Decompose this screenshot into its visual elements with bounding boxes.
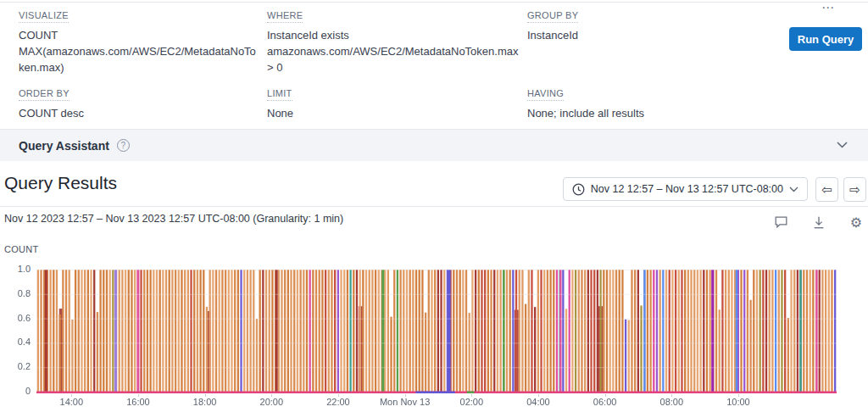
group-by-value[interactable]: InstanceId xyxy=(527,27,765,43)
clause-where: WHERE InstanceId exists amazonaws.com/AW… xyxy=(267,7,526,75)
y-axis-tick: 0.6 xyxy=(2,313,31,323)
having-label: HAVING xyxy=(527,88,564,101)
visualize-value-max[interactable]: MAX(amazonaws.com/AWS/EC2/MetadataNoToke… xyxy=(19,43,259,75)
clause-having: HAVING None; include all results xyxy=(527,85,782,121)
clause-limit: LIMIT None xyxy=(267,85,526,121)
chevron-down-icon[interactable] xyxy=(837,142,848,148)
y-axis-tick: 0 xyxy=(2,386,31,396)
where-value-exists[interactable]: InstanceId exists xyxy=(267,27,526,43)
header-divider xyxy=(0,206,868,207)
more-options-icon[interactable]: ⋯ xyxy=(815,0,841,15)
run-query-button[interactable]: Run Query xyxy=(789,27,862,51)
page-title: Query Results xyxy=(4,173,117,193)
x-axis-tick: 20:00 xyxy=(260,397,284,407)
limit-label: LIMIT xyxy=(267,88,292,101)
chevron-down-icon xyxy=(789,187,798,192)
gear-icon[interactable]: ⚙ xyxy=(848,214,865,231)
arrow-right-icon: ⇨ xyxy=(849,182,860,198)
x-axis-tick: 08:00 xyxy=(660,397,684,407)
y-axis-tick: 0.8 xyxy=(2,288,31,298)
visualize-value-count[interactable]: COUNT xyxy=(19,27,259,43)
visualize-label: VISUALIZE xyxy=(19,10,69,23)
clause-order-by: ORDER BY COUNT desc xyxy=(19,85,259,121)
chart-metric-label: COUNT xyxy=(4,244,39,254)
comment-icon[interactable] xyxy=(772,214,789,231)
y-axis-tick: 1.0 xyxy=(2,264,31,274)
top-divider xyxy=(0,2,868,3)
time-range-label: Nov 12 12:57 – Nov 13 12:57 UTC-08:00 xyxy=(591,183,783,195)
time-forward-button[interactable]: ⇨ xyxy=(843,177,866,202)
query-assistant-title: Query Assistant xyxy=(19,139,109,153)
x-axis-tick: 04:00 xyxy=(526,397,550,407)
x-axis-tick: 18:00 xyxy=(193,397,217,407)
order-by-value[interactable]: COUNT desc xyxy=(19,105,259,121)
where-label: WHERE xyxy=(267,10,303,23)
x-axis-tick: 06:00 xyxy=(593,397,617,407)
y-axis-tick: 0.4 xyxy=(2,337,31,347)
where-value-gt0[interactable]: amazonaws.com/AWS/EC2/MetadataNoToken.ma… xyxy=(267,43,526,75)
arrow-left-icon: ⇦ xyxy=(821,182,832,198)
limit-value[interactable]: None xyxy=(267,105,526,121)
group-by-label: GROUP BY xyxy=(527,10,578,23)
time-back-button[interactable]: ⇦ xyxy=(815,177,838,202)
download-icon[interactable] xyxy=(810,214,827,231)
time-range-subtitle: Nov 12 2023 12:57 – Nov 13 2023 12:57 UT… xyxy=(4,213,343,225)
x-axis-tick: Mon Nov 13 xyxy=(380,397,430,407)
x-axis-tick: 22:00 xyxy=(326,397,350,407)
query-assistant-panel[interactable]: Query Assistant ? xyxy=(0,129,868,161)
count-chart-canvas[interactable] xyxy=(36,270,837,394)
clock-icon xyxy=(572,183,585,196)
clause-visualize: VISUALIZE COUNT MAX(amazonaws.com/AWS/EC… xyxy=(19,7,259,75)
clause-group-by: GROUP BY InstanceId xyxy=(527,7,765,43)
x-axis-tick: 02:00 xyxy=(460,397,484,407)
order-by-label: ORDER BY xyxy=(19,88,70,101)
help-icon[interactable]: ? xyxy=(117,139,130,152)
x-axis-tick: 16:00 xyxy=(126,397,150,407)
x-axis-tick: 14:00 xyxy=(60,397,84,407)
time-range-picker[interactable]: Nov 12 12:57 – Nov 13 12:57 UTC-08:00 xyxy=(563,177,808,201)
having-value[interactable]: None; include all results xyxy=(527,105,782,121)
x-axis-tick: 10:00 xyxy=(726,397,750,407)
y-axis-tick: 0.2 xyxy=(2,361,31,371)
